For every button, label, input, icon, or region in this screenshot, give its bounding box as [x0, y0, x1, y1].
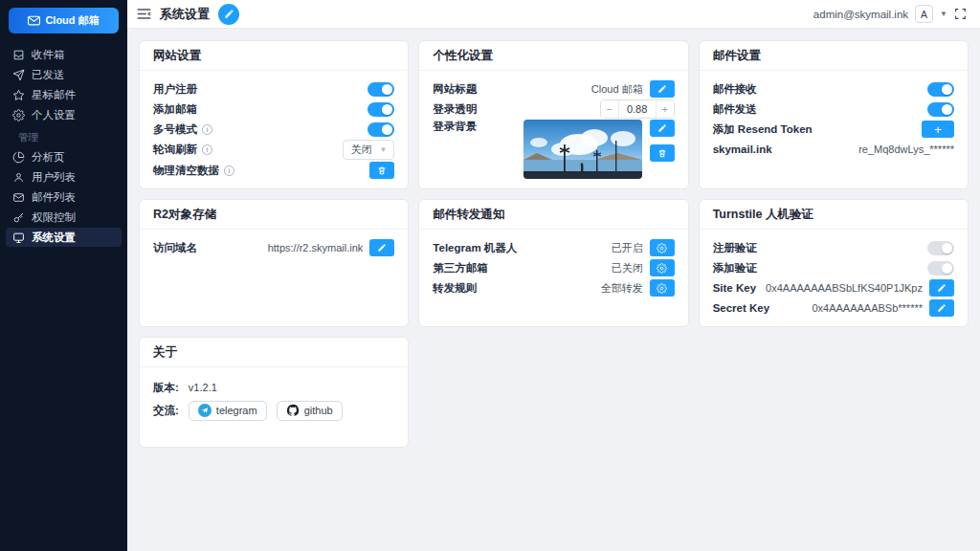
row-access-domain: 访问域名 https://r2.skymail.ink — [153, 238, 394, 257]
opacity-stepper: − 0.88 + — [600, 99, 675, 119]
opacity-value[interactable]: 0.88 — [618, 100, 657, 118]
app-logo-button[interactable]: Cloud 邮箱 — [9, 8, 119, 33]
edit-access-domain-button[interactable] — [369, 239, 394, 256]
card-r2-storage: R2对象存储 访问域名 https://r2.skymail.ink — [139, 199, 409, 327]
card-turnstile: Turnstile 人机验证 注册验证 添加验证 Site Key 0x4AAA… — [699, 199, 969, 327]
row-purge-data: 物理清空数据i — [153, 161, 394, 180]
row-user-register: 用户注册 — [153, 79, 394, 99]
edit-site-title-button[interactable] — [650, 80, 675, 98]
sidebar-item-system-settings[interactable]: 系统设置 — [6, 228, 122, 247]
row-login-opacity: 登录透明 − 0.88 + — [433, 99, 674, 119]
language-selector[interactable]: A — [915, 5, 933, 23]
sidebar-item-label: 用户列表 — [32, 170, 76, 185]
sidebar-item-sent[interactable]: 已发送 — [6, 65, 122, 84]
edit-secret-key-button[interactable] — [929, 299, 954, 317]
forward-rule-status: 全部转发 — [601, 281, 643, 296]
opacity-decrease-button[interactable]: − — [601, 100, 618, 118]
row-login-background: 登录背景 — [433, 120, 674, 179]
mail-receive-toggle[interactable] — [927, 82, 954, 97]
login-background-preview — [523, 120, 642, 179]
purge-data-button[interactable] — [369, 162, 394, 179]
sidebar-item-starred[interactable]: 星标邮件 — [6, 85, 122, 104]
row-resend-token: skymail.ink re_Mq8dwLys_****** — [713, 140, 954, 159]
telegram-link-button[interactable]: telegram — [189, 401, 267, 421]
info-icon[interactable]: i — [224, 165, 234, 176]
version-value: v1.2.1 — [189, 382, 217, 393]
row-add-verify: 添加验证 — [713, 258, 954, 277]
card-title: R2对象存储 — [140, 200, 408, 230]
card-mail-settings: 邮件设置 邮件接收 邮件发送 添加 Resend Token + skymail… — [699, 40, 969, 189]
card-about: 关于 版本: v1.2.1 交流: telegram github — [139, 337, 409, 448]
third-party-mail-settings-button[interactable] — [650, 259, 675, 276]
user-icon — [12, 171, 25, 184]
sidebar-item-inbox[interactable]: 收件箱 — [6, 45, 122, 64]
github-link-button[interactable]: github — [277, 401, 343, 421]
row-site-title: 网站标题 Cloud 邮箱 — [433, 79, 674, 99]
info-icon[interactable]: i — [202, 144, 212, 155]
sidebar-item-mail-list[interactable]: 邮件列表 — [6, 187, 122, 207]
mail-send-toggle[interactable] — [927, 102, 954, 117]
user-register-toggle[interactable] — [368, 82, 394, 97]
mail-logo-icon — [28, 15, 40, 26]
edit-title-button[interactable] — [218, 4, 239, 25]
collapse-sidebar-icon[interactable] — [137, 8, 151, 20]
row-multi-account: 多号模式i — [153, 120, 394, 139]
sidebar-item-analytics[interactable]: 分析页 — [6, 147, 122, 166]
sidebar-item-permissions[interactable]: 权限控制 — [6, 208, 122, 227]
row-third-party-mail: 第三方邮箱 已关闭 — [433, 258, 674, 277]
sidebar-item-label: 系统设置 — [32, 231, 76, 245]
sidebar-nav: 收件箱 已发送 星标邮件 个人设置 管理 分析页 用户列表 — [0, 43, 127, 250]
sidebar-item-label: 个人设置 — [32, 108, 76, 122]
multi-account-toggle[interactable] — [368, 122, 394, 137]
card-site-settings: 网站设置 用户注册 添加邮箱 多号模式i 轮询刷新i 关闭▼ 物理清空数据i — [139, 40, 409, 189]
account-email: admin@skymail.ink — [813, 9, 908, 20]
delete-background-button[interactable] — [650, 144, 675, 162]
add-resend-token-button[interactable]: + — [922, 121, 954, 138]
card-title: 邮件转发通知 — [419, 200, 687, 230]
add-verify-toggle[interactable] — [927, 261, 954, 276]
row-telegram-bot: Telegram 机器人 已开启 — [433, 238, 674, 257]
card-title: 网站设置 — [140, 41, 408, 71]
row-mail-send: 邮件发送 — [713, 99, 954, 119]
row-add-resend-token: 添加 Resend Token + — [713, 120, 954, 139]
chevron-down-icon[interactable]: ▼ — [940, 10, 947, 18]
sidebar-item-label: 分析页 — [32, 150, 65, 165]
row-site-key: Site Key 0x4AAAAAAABSbLfKS40P1JKpz — [713, 278, 954, 298]
telegram-bot-settings-button[interactable] — [650, 239, 675, 256]
send-icon — [12, 69, 25, 81]
sidebar-item-personal-settings[interactable]: 个人设置 — [6, 105, 122, 124]
third-party-mail-status: 已关闭 — [612, 261, 643, 276]
card-forward-notify: 邮件转发通知 Telegram 机器人 已开启 第三方邮箱 已关闭 — [418, 199, 688, 327]
info-icon[interactable]: i — [202, 124, 212, 135]
main-content: 网站设置 用户注册 添加邮箱 多号模式i 轮询刷新i 关闭▼ 物理清空数据i — [127, 29, 980, 459]
add-mailbox-toggle[interactable] — [368, 102, 394, 117]
pie-chart-icon — [12, 151, 25, 164]
chevron-down-icon: ▼ — [379, 145, 387, 154]
row-register-verify: 注册验证 — [713, 238, 954, 257]
card-title: 个性化设置 — [419, 41, 687, 71]
github-icon — [286, 404, 300, 417]
row-version: 版本: v1.2.1 — [153, 376, 394, 399]
sidebar-item-users[interactable]: 用户列表 — [6, 167, 122, 187]
card-title: 关于 — [140, 338, 408, 367]
poll-refresh-select[interactable]: 关闭▼ — [343, 140, 394, 160]
row-contact: 交流: telegram github — [153, 399, 394, 422]
opacity-increase-button[interactable]: + — [657, 100, 674, 118]
site-title-value: Cloud 邮箱 — [591, 82, 643, 97]
forward-rule-settings-button[interactable] — [650, 279, 675, 297]
row-forward-rule: 转发规则 全部转发 — [433, 278, 674, 298]
card-personalization: 个性化设置 网站标题 Cloud 邮箱 登录透明 − 0.88 + — [418, 40, 688, 189]
edit-background-button[interactable] — [650, 120, 675, 137]
sidebar-section-manage: 管理 — [6, 125, 122, 147]
star-icon — [12, 89, 25, 101]
row-poll-refresh: 轮询刷新i 关闭▼ — [153, 140, 394, 160]
register-verify-toggle[interactable] — [927, 241, 954, 255]
mail-list-icon — [12, 191, 25, 204]
fullscreen-icon[interactable] — [954, 8, 967, 20]
edit-site-key-button[interactable] — [929, 279, 954, 297]
sidebar-item-label: 已发送 — [32, 68, 65, 82]
top-header: 系统设置 admin@skymail.ink A ▼ — [127, 0, 980, 29]
key-icon — [12, 211, 25, 224]
card-title: Turnstile 人机验证 — [700, 200, 968, 230]
sidebar-item-label: 星标邮件 — [32, 88, 76, 102]
